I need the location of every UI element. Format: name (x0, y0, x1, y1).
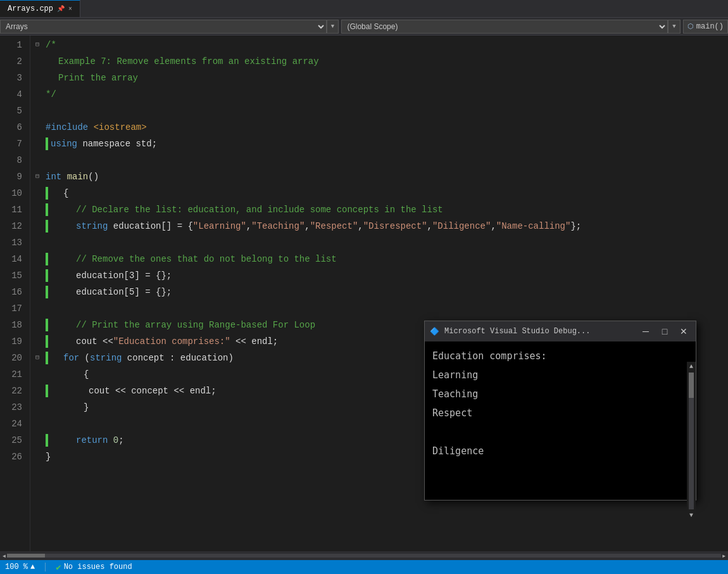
code-line-6: #include <iostream> (35, 119, 728, 136)
debug-close-button[interactable]: ✕ (677, 324, 691, 338)
code-line-15: education[3] = {}; (35, 267, 728, 284)
zoom-indicator[interactable]: 100 % ▲ (5, 563, 35, 571)
issues-text: No issues found (64, 563, 132, 571)
greenbar-19 (46, 335, 48, 348)
code-line-8 (35, 152, 728, 169)
code-line-9: ⊟ int main () (35, 169, 728, 185)
debug-restore-button[interactable]: □ (658, 324, 672, 338)
code-line-10: { (35, 185, 728, 201)
code-line-16: education[5] = {}; (35, 284, 728, 300)
scope-dropdown-arrow[interactable]: ▼ (327, 20, 339, 34)
func-icon: ⬡ (687, 22, 694, 30)
greenbar-15 (46, 269, 48, 282)
zoom-arrow-icon: ▲ (30, 563, 35, 571)
zoom-value: 100 % (5, 563, 28, 571)
code-line-14: // Remove the ones that do not belong to… (35, 251, 728, 267)
fold-9[interactable]: ⊟ (35, 169, 43, 185)
status-divider (45, 563, 46, 571)
issues-indicator[interactable]: ✔ No issues found (56, 562, 132, 573)
greenbar-22 (46, 385, 48, 397)
debug-line-2: Learning (432, 366, 688, 385)
debug-line-1: Education comprises: (432, 347, 688, 366)
debug-titlebar: 🔷 Microsoft Visual Studio Debug... ─ □ ✕ (425, 321, 696, 341)
greenbar-7 (46, 137, 48, 150)
scroll-thumb[interactable] (689, 373, 694, 398)
global-scope-selector[interactable]: (Global Scope) (341, 20, 668, 34)
debug-line-3: Teaching (432, 385, 688, 404)
fold-1[interactable]: ⊟ (35, 37, 43, 53)
code-line-3: Print the array (35, 70, 728, 86)
status-bar: 100 % ▲ ✔ No issues found (0, 560, 728, 574)
scroll-up-arrow[interactable]: ▲ (688, 362, 694, 371)
tab-label: Arrays.cpp (8, 4, 53, 13)
greenbar-11 (46, 203, 48, 216)
code-line-7: using namespace std; (35, 136, 728, 152)
debug-window: 🔷 Microsoft Visual Studio Debug... ─ □ ✕… (424, 321, 696, 501)
code-line-11: // Declare the list: education, and incl… (35, 201, 728, 218)
horizontal-scrollbar[interactable]: ◀ ▶ (0, 551, 728, 560)
toolbar: Arrays ▼ (Global Scope) ▼ ⬡ main() (0, 18, 728, 35)
greenbar-10 (46, 187, 48, 200)
check-icon: ✔ (56, 562, 61, 573)
h-scroll-right-arrow[interactable]: ▶ (721, 553, 727, 559)
scope-selector[interactable]: Arrays (0, 20, 327, 34)
h-scroll-track[interactable] (7, 554, 721, 558)
debug-line-4: Respect (432, 404, 688, 423)
scroll-down-arrow[interactable]: ▼ (688, 511, 694, 520)
code-line-13 (35, 234, 728, 251)
debug-line-5 (432, 423, 688, 442)
code-line-2: Example 7: Remove elements from an exist… (35, 53, 728, 70)
code-line-5 (35, 103, 728, 119)
debug-line-6: Diligence (432, 442, 688, 461)
h-scroll-thumb[interactable] (7, 554, 45, 558)
global-scope-arrow[interactable]: ▼ (668, 20, 681, 34)
scroll-track[interactable] (689, 373, 694, 509)
debug-vs-icon: 🔷 (430, 327, 439, 336)
func-indicator: ⬡ main() (683, 20, 728, 34)
debug-minimize-button[interactable]: ─ (639, 324, 653, 338)
h-scroll-left-arrow[interactable]: ◀ (1, 553, 7, 559)
greenbar-20 (46, 352, 48, 364)
editor-area: 1 2 3 4 5 6 7 8 9 10 11 12 13 14 15 16 1… (0, 35, 728, 551)
tab-close-icon[interactable]: × (68, 6, 72, 13)
greenbar-18 (46, 319, 48, 331)
code-line-1: ⊟ /* (35, 37, 728, 53)
debug-title-text: Microsoft Visual Studio Debug... (444, 327, 634, 336)
code-line-4: */ (35, 86, 728, 103)
line-numbers: 1 2 3 4 5 6 7 8 9 10 11 12 13 14 15 16 1… (0, 35, 30, 551)
code-line-17 (35, 300, 728, 317)
func-label: main() (696, 22, 724, 31)
tab-pin-icon: 📌 (57, 5, 65, 13)
debug-scrollbar[interactable]: ▲ ▼ (687, 362, 696, 520)
tab-arrays-cpp[interactable]: Arrays.cpp 📌 × (0, 0, 80, 17)
debug-output: Education comprises: Learning Teaching R… (425, 341, 696, 500)
greenbar-14 (46, 253, 48, 265)
greenbar-16 (46, 286, 48, 298)
fold-20[interactable]: ⊟ (35, 350, 43, 366)
greenbar-25 (46, 434, 48, 447)
tab-bar: Arrays.cpp 📌 × (0, 0, 728, 18)
code-line-12: string education[] = { "Learning" , "Tea… (35, 218, 728, 234)
greenbar-12 (46, 220, 48, 233)
